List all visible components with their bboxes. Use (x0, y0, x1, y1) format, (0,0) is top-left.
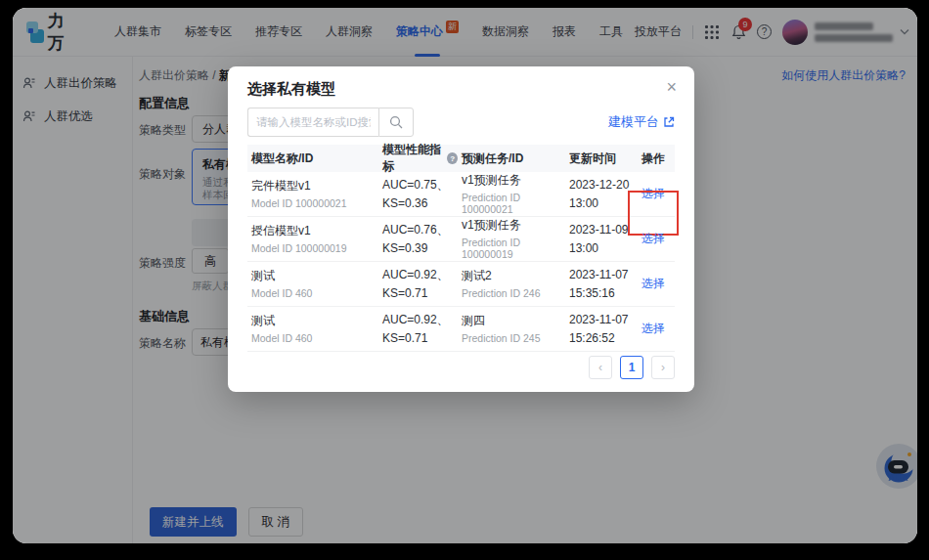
model-metric-cell: AUC=0.76、 KS=0.39 (378, 221, 458, 257)
select-model-link[interactable]: 选择 (641, 231, 665, 247)
model-name-cell: 授信模型v1 Model ID 100000019 (247, 224, 378, 254)
col-task: 预测任务/ID (458, 151, 565, 167)
table-row: 测试 Model ID 460 AUC=0.92、 KS=0.71 测四 Pre… (247, 307, 675, 352)
action-cell: 选择 (632, 186, 675, 202)
prev-page-button[interactable]: ‹ (589, 356, 612, 379)
table-row: 测试 Model ID 460 AUC=0.92、 KS=0.71 测试2 Pr… (247, 262, 675, 307)
model-metric-cell: AUC=0.92、 KS=0.71 (378, 266, 458, 302)
updated-time-cell: 2023-12-20 13:00 (565, 176, 632, 212)
model-name-cell: 完件模型v1 Model ID 100000021 (247, 179, 378, 209)
updated-time-cell: 2023-11-07 15:26:52 (565, 311, 632, 347)
metric-info-icon[interactable]: ? (447, 152, 458, 164)
model-table: 模型名称/ID 模型性能指标 ? 预测任务/ID 更新时间 操作 (247, 145, 675, 352)
search-icon (389, 115, 403, 129)
model-table-body: 完件模型v1 Model ID 100000021 AUC=0.75、 KS=0… (247, 172, 675, 352)
updated-time-cell: 2023-11-09 13:00 (565, 221, 632, 257)
table-row: 完件模型v1 Model ID 100000021 AUC=0.75、 KS=0… (247, 172, 675, 217)
pagination: ‹ 1 › (589, 356, 675, 379)
screen: 磁力万象 人群集市 标签专区 推荐专区 (0, 0, 929, 560)
search-button[interactable] (378, 108, 414, 137)
select-private-model-modal: 选择私有模型 × 建模平台 模型名称/ID 模型性能指标 (228, 66, 694, 392)
modal-title: 选择私有模型 (247, 80, 335, 99)
col-action: 操作 (632, 151, 675, 167)
select-model-link[interactable]: 选择 (641, 186, 665, 202)
model-metric-cell: AUC=0.75、 KS=0.36 (378, 176, 458, 212)
prediction-task-cell: 测试2 Prediction ID 246 (458, 269, 565, 299)
action-cell: 选择 (632, 276, 675, 292)
modeling-platform-link[interactable]: 建模平台 (608, 113, 675, 131)
action-cell: 选择 (632, 321, 675, 337)
table-row: 授信模型v1 Model ID 100000019 AUC=0.76、 KS=0… (247, 217, 675, 262)
col-metric: 模型性能指标 ? (378, 142, 458, 175)
external-link-icon (663, 116, 675, 128)
prediction-task-cell: v1预测任务 Prediction ID 100000021 (458, 173, 565, 215)
model-name-cell: 测试 Model ID 460 (247, 314, 378, 344)
col-name: 模型名称/ID (247, 151, 378, 167)
model-search-input[interactable] (247, 108, 378, 137)
prediction-task-cell: v1预测任务 Prediction ID 100000019 (458, 218, 565, 260)
action-cell: 选择 (632, 231, 675, 247)
prediction-task-cell: 测四 Prediction ID 245 (458, 314, 565, 344)
app-window: 磁力万象 人群集市 标签专区 推荐专区 (13, 8, 917, 543)
modal-toolbar: 建模平台 (247, 108, 675, 137)
select-model-link[interactable]: 选择 (641, 276, 665, 292)
close-icon[interactable]: × (662, 74, 681, 100)
model-name-cell: 测试 Model ID 460 (247, 269, 378, 299)
updated-time-cell: 2023-11-07 15:35:16 (565, 266, 632, 302)
next-page-button[interactable]: › (651, 356, 675, 379)
model-table-header: 模型名称/ID 模型性能指标 ? 预测任务/ID 更新时间 操作 (247, 145, 675, 172)
select-model-link[interactable]: 选择 (641, 321, 665, 337)
page-1-button[interactable]: 1 (620, 356, 643, 379)
col-updated: 更新时间 (565, 151, 632, 167)
model-metric-cell: AUC=0.92、 KS=0.71 (378, 311, 458, 347)
